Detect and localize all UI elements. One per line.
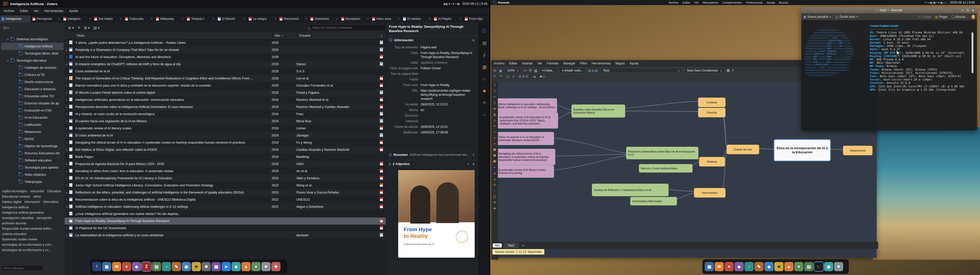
table-row[interactable]: ▸ Inteligencias artificiales generativas… <box>65 96 386 103</box>
tab-close-icon[interactable]: × <box>367 17 369 21</box>
mindmap-node[interactable]: Ethics of using AI in K-12 education: A … <box>498 132 554 145</box>
tab-close-icon[interactable]: × <box>274 17 276 21</box>
tag[interactable]: Inteligencia artificial <box>2 205 29 209</box>
tag[interactable]: percepción <box>37 216 52 220</box>
update-notice[interactable]: Nueva versión '1.12.13' disponible <box>492 249 544 254</box>
menu-item[interactable]: Editar <box>20 9 28 13</box>
menu-item[interactable]: Archivo <box>494 62 504 65</box>
menu-item[interactable]: Preferencias <box>746 1 763 4</box>
font-combo[interactable]: Noto Sans Condensed∨ <box>685 68 724 73</box>
mindmap-node[interactable]: Contexto <box>698 98 725 107</box>
map-icon-tool[interactable]: ▯ <box>494 101 496 105</box>
zotero-tab[interactable]: Hans Jona × <box>371 15 401 22</box>
expand-chevron[interactable]: ▾ <box>6 59 9 62</box>
add-attachment-icon[interactable]: + <box>467 162 469 166</box>
menu-item[interactable]: Buscar <box>779 1 788 4</box>
map-icon-tool[interactable]: ? <box>494 84 496 87</box>
field-value[interactable]: https://pulitzercenter.org/hype-reality-… <box>421 89 476 101</box>
paste-button[interactable]: ▤Pegar <box>935 15 947 19</box>
expand-chevron[interactable]: ▾ <box>6 38 9 41</box>
tag[interactable]: Responsible human-centered artifici... <box>2 227 53 231</box>
taskbar-icon[interactable]: ✎ <box>754 262 764 271</box>
menu-item[interactable]: Ver <box>694 1 698 4</box>
row-expand-chevron[interactable]: ▸ <box>65 56 69 58</box>
tray-icon[interactable]: ▣ <box>457 2 460 5</box>
menu-item[interactable]: Ayuda <box>630 62 638 65</box>
collection-item[interactable]: Tecnologías libres, distri <box>0 50 65 57</box>
collection-item[interactable]: Videojuegos <box>0 178 65 185</box>
taskbar-icon[interactable]: ▤ <box>152 262 161 271</box>
collection-item[interactable]: Recursos Educativos Abi <box>0 150 65 157</box>
tag-filter-input[interactable] <box>2 266 43 271</box>
collection-item[interactable]: Crítica a la TE <box>0 71 65 78</box>
zotero-tab[interactable]: Transcultu × <box>124 15 154 22</box>
collection-item[interactable]: MOOC <box>0 136 65 142</box>
map-icon-tool[interactable]: ✎ <box>493 89 496 93</box>
mindmap-node[interactable]: Modelos <box>699 157 725 166</box>
tag[interactable]: investigación educativa <box>2 216 34 220</box>
taskbar-icon[interactable]: Z <box>142 262 151 271</box>
row-expand-chevron[interactable]: ▸ <box>65 227 69 229</box>
zotero-tab[interactable]: Wikipedia, × <box>154 15 185 22</box>
pane-icon[interactable]: → <box>482 112 487 117</box>
menu-item[interactable]: Mapas <box>615 62 625 65</box>
toolbar-icon[interactable]: ⊕ ▾ <box>68 26 74 30</box>
terminal-view[interactable]: .',;::::;,'. .';:cccccccccccc:;,. .;cccc… <box>801 20 977 130</box>
align-icons[interactable]: ☰☱☲ <box>518 74 529 78</box>
row-expand-chevron[interactable]: ▸ <box>65 127 69 130</box>
collection-item[interactable]: Inteligencia Artificial <box>1 43 64 50</box>
table-row[interactable]: ▸ AI Playbook for the UK Government <box>65 224 386 232</box>
zotero-titlebar[interactable]: Inteligencia Artificial - Zotero ▦◧●◓▼✂▣… <box>0 0 490 8</box>
tray-icon[interactable]: ✂ <box>455 2 457 5</box>
taskbar-icon[interactable]: ➤ <box>221 262 231 271</box>
toolbar-icon[interactable]: ▤ ▾ <box>94 26 100 30</box>
taskbar-icon[interactable]: ▣ <box>102 262 111 271</box>
clock[interactable]: 2025-09-12 | 9:45 <box>463 2 487 6</box>
bold-button[interactable]: B <box>727 68 730 73</box>
toolbar-icon[interactable]: ⊞ ▾ <box>84 26 90 30</box>
new-collection-button[interactable]: 🗀+ <box>3 25 9 30</box>
row-expand-chevron[interactable]: ▸ <box>65 205 69 208</box>
tab-close-icon[interactable]: × <box>243 17 245 21</box>
taskbar-icon[interactable]: >_ <box>814 262 823 271</box>
taskbar-icon[interactable]: f <box>92 262 101 271</box>
pin-icon[interactable]: ➤ <box>971 8 975 12</box>
italic-button[interactable]: I <box>732 68 733 73</box>
format-painter-icon[interactable]: ✐ <box>512 74 515 78</box>
map-icon-tool[interactable]: ◆ <box>493 171 496 175</box>
table-row[interactable]: ▸ El impacto energético de ChatGPT: mill… <box>65 61 386 68</box>
tab-close-icon[interactable]: × <box>58 17 60 21</box>
zotero-tab[interactable]: Determina × <box>309 15 340 22</box>
new-tab-button[interactable]: ▣ Nueva pestaña▾ <box>803 15 831 19</box>
mindmap-node[interactable]: Anteproyecto <box>843 145 873 155</box>
map-icon-tool[interactable]: ✘ <box>493 136 496 140</box>
collection-item[interactable]: Ludificación <box>0 121 65 128</box>
field-value[interactable]: Pulitzer Center <box>421 66 476 70</box>
taskbar-icon[interactable]: ♪ <box>745 262 754 271</box>
attachments-section-header[interactable]: ∮ 2 Adjuntos + ∧ <box>389 162 475 166</box>
table-row[interactable]: ▸ Del Habitus al Ethos Digital, una refl… <box>65 146 386 153</box>
mindmap-node[interactable]: Marcos y Guías Institucionales. <box>639 164 693 173</box>
menu-item[interactable]: Marcadores <box>703 1 718 4</box>
root-combo[interactable]: Raíz∨ <box>601 68 682 73</box>
maximize-icon[interactable]: ⋀ <box>967 9 969 12</box>
field-value[interactable]: en <box>421 108 476 112</box>
tray-icon[interactable]: ▼ <box>937 1 940 4</box>
taskbar-icon[interactable]: ✉ <box>714 262 724 271</box>
collection-item[interactable]: Catálogos de recursos <box>0 64 65 71</box>
map-icon-tool[interactable]: ▲ <box>493 177 496 181</box>
profile-egg-icon[interactable] <box>972 15 975 19</box>
taskbar-icon[interactable]: ● <box>122 262 131 271</box>
tab-close-icon[interactable]: × <box>429 17 431 21</box>
attachment-preview[interactable]: From Hype to Reality Critical perspectiv… <box>398 170 475 258</box>
mindmap-node[interactable]: Instrumentos Adicionales: <box>630 197 677 205</box>
expand-chevron-icon[interactable]: ∨ <box>473 153 475 156</box>
mindmap-node[interactable]: Estudios sobre Desafíos Éticos en Educac… <box>571 104 625 118</box>
pane-icon[interactable]: ∮ <box>484 52 486 58</box>
edit-node-button[interactable]: ▾ Editar... <box>540 68 557 73</box>
zotero-tab[interactable]: Recomend × <box>278 15 309 22</box>
menu-item[interactable]: Editar <box>509 62 517 65</box>
tag[interactable]: inteligencia artificial generativa <box>2 211 44 214</box>
table-row[interactable]: ▸ Percepciones docentes sobre la Intelig… <box>65 103 386 111</box>
tag[interactable]: Systematic studies review <box>2 237 37 241</box>
